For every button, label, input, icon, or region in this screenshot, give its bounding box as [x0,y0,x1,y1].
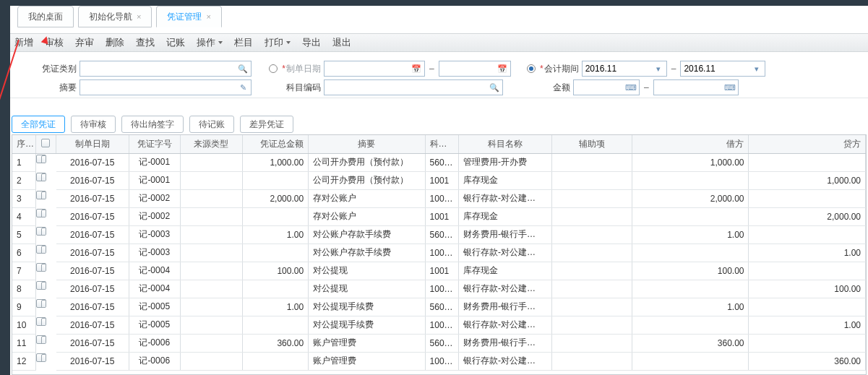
cell: 对公提现 [309,262,425,280]
menu-退出[interactable]: 退出 [332,36,351,49]
make-date-from[interactable]: 📅 [324,61,425,77]
cell: 1.00 [243,225,309,243]
chevron-down-icon[interactable]: ▾ [750,64,763,74]
lookup-icon[interactable]: 🔍 [236,64,249,74]
cell: 100201 [425,352,458,370]
table-row[interactable]: 12016-07-15记-00011,000.00公司开办费用（预付款）5602… [12,153,866,171]
cell: 银行存款-对公建… [458,352,551,370]
menu-打印[interactable]: 打印 [265,36,291,49]
row-checkbox[interactable] [41,354,46,362]
sub-tab[interactable]: 差异凭证 [240,116,293,133]
edit-icon[interactable]: ✎ [236,83,249,92]
table-row[interactable]: 22016-07-15记-0001公司开办费用（预付款）1001库存现金1,00… [12,171,866,189]
filter-panel: 凭证类别 🔍 制单日期 📅 – 📅 会计期间 ▾ – ▾ 摘要 ✎ 科目编码 🔍… [10,55,868,98]
table-row[interactable]: 72016-07-15记-0004100.00对公提现1001库存现金100.0… [12,262,866,280]
menu-栏目[interactable]: 栏目 [234,36,253,49]
table-row[interactable]: 52016-07-15记-00031.00对公账户存款手续费560303财务费用… [12,225,866,243]
cell: 360.00 [632,334,749,352]
period-radio[interactable] [527,64,536,73]
table-row[interactable]: 82016-07-15记-0004对公提现100201银行存款-对公建…100.… [12,280,866,298]
row-checkbox[interactable] [41,191,46,199]
row-checkbox[interactable] [41,300,46,308]
table-row[interactable]: 112016-07-15记-0006360.00账户管理费560303财务费用-… [12,334,866,352]
cell [36,335,46,344]
row-checkbox[interactable] [41,336,46,344]
amount-from[interactable]: ⌨ [573,79,640,95]
sub-tab[interactable]: 待记账 [189,116,234,133]
lookup-icon[interactable]: 🔍 [488,83,501,92]
column-header[interactable]: 摘要 [309,135,425,153]
cell [243,207,309,225]
menu-审核[interactable]: 审核 [45,36,64,49]
page-tab[interactable]: 初始化导航× [78,6,152,27]
chevron-down-icon[interactable]: ▾ [652,64,665,74]
cell: 1.00 [632,298,749,316]
cell: 2016-07-15 [56,334,129,352]
cell [243,280,309,298]
table-row[interactable]: 102016-07-15记-0005对公提现手续费100201银行存款-对公建…… [12,316,866,334]
cell [552,280,632,298]
page-tab[interactable]: 凭证管理× [156,6,221,27]
column-header[interactable]: 贷方 [749,135,866,153]
cell: 记-0002 [129,207,180,225]
table-row[interactable]: 122016-07-15记-0006账户管理费100201银行存款-对公建…36… [12,352,866,370]
menu-查找[interactable]: 查找 [136,36,155,49]
voucher-type-input[interactable]: 🔍 [80,61,252,77]
table-row[interactable]: 42016-07-15记-0002存对公账户1001库存现金2,000.00 [12,207,866,225]
cell: 管理费用-开办费 [458,153,551,171]
menu-操作[interactable]: 操作 [197,36,223,49]
column-header[interactable]: 凭证字号 [129,135,180,153]
calendar-icon[interactable]: 📅 [410,64,423,74]
close-icon[interactable]: × [137,7,141,27]
row-checkbox[interactable] [41,228,46,236]
column-header[interactable]: 凭证总金额 [243,135,309,153]
cell: 财务费用-银行手… [458,334,551,352]
column-header[interactable]: 借方 [632,135,749,153]
row-checkbox[interactable] [41,173,46,181]
row-checkbox[interactable] [41,264,46,272]
summary-input[interactable]: ✎ [80,79,252,95]
select-all-checkbox[interactable] [41,139,50,147]
cell [552,298,632,316]
cell [36,245,46,254]
sub-tab[interactable]: 待出纳签字 [121,116,184,133]
cell: 1001 [425,262,458,280]
page-tab[interactable]: 我的桌面 [17,6,74,27]
column-header[interactable]: 来源类型 [180,135,243,153]
column-header[interactable] [35,135,56,153]
table-row[interactable]: 92016-07-15记-00051.00对公提现手续费560303财务费用-银… [12,298,866,316]
column-header[interactable]: 科目… [425,135,458,153]
close-icon[interactable]: × [206,7,210,27]
sub-tab[interactable]: 待审核 [71,116,116,133]
calc-icon[interactable]: ⌨ [723,83,736,92]
cell [36,299,46,308]
menu-弃审[interactable]: 弃审 [75,36,94,49]
column-header[interactable]: 制单日期 [56,135,129,153]
row-checkbox[interactable] [41,210,46,217]
menu-新增[interactable]: 新增 [14,36,33,49]
page-tab-label: 凭证管理 [167,7,202,27]
voucher-grid: 序号制单日期凭证字号来源类型凭证总金额摘要科目…科目名称辅助项借方贷方 1201… [12,134,867,375]
make-date-to[interactable]: 📅 [439,61,511,77]
menu-导出[interactable]: 导出 [302,36,321,49]
table-row[interactable]: 62016-07-15记-0003对公账户存款手续费100201银行存款-对公建… [12,243,866,262]
calc-icon[interactable]: ⌨ [624,83,637,92]
amount-to[interactable]: ⌨ [653,79,739,95]
column-header[interactable]: 科目名称 [458,135,551,153]
column-header[interactable]: 辅助项 [552,135,632,153]
row-checkbox[interactable] [41,246,46,254]
table-row[interactable]: 32016-07-15记-00022,000.00存对公账户100201银行存款… [12,189,866,207]
period-to[interactable]: ▾ [680,61,765,77]
row-checkbox[interactable] [41,155,46,163]
sub-tab[interactable]: 全部凭证 [12,116,65,133]
make-date-radio[interactable] [269,64,278,73]
period-from[interactable]: ▾ [582,61,667,77]
menu-记账[interactable]: 记账 [166,36,185,49]
cell: 财务费用-银行手… [458,225,551,243]
row-checkbox[interactable] [41,318,46,326]
menu-删除[interactable]: 删除 [106,36,124,49]
column-header[interactable]: 序号 [12,135,35,153]
subject-code-input[interactable]: 🔍 [324,79,503,95]
row-checkbox[interactable] [41,282,46,290]
calendar-icon[interactable]: 📅 [496,64,509,74]
